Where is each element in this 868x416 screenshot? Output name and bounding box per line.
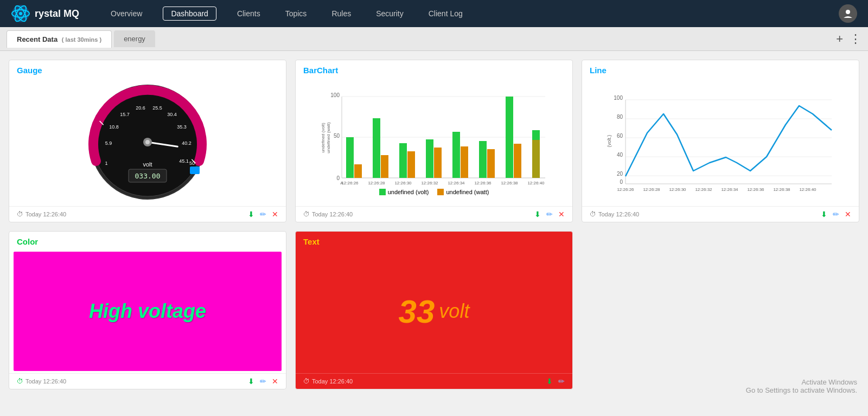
svg-rect-53 — [532, 140, 540, 178]
svg-rect-51 — [514, 144, 521, 178]
linechart-timestamp: Today 12:26:40 — [598, 211, 639, 217]
logo: rystal MQ — [11, 4, 79, 23]
gauge-delete-icon[interactable]: ✕ — [272, 210, 278, 219]
tab-recent-data[interactable]: Recent Data ( last 30mins ) — [7, 30, 112, 48]
barchart-svg: 100 50 0 undefined (volt) undefined (wat… — [300, 89, 568, 187]
legend-volt-box — [379, 189, 386, 195]
nav-clientlog[interactable]: Client Log — [424, 7, 467, 20]
svg-point-4 — [19, 12, 22, 15]
gauge-footer: ⏱ Today 12:26:40 ⬇ ✏ ✕ — [9, 206, 286, 222]
gauge-body: 1 5.9 10.8 15.7 20.6 25.5 30.4 35.3 40.2… — [9, 78, 286, 206]
gauge-edit-icon[interactable]: ✏ — [260, 210, 266, 219]
color-delete-icon[interactable]: ✕ — [272, 377, 278, 386]
color-card-footer: ⏱ Today 12:26:40 ⬇ ✏ ✕ — [9, 373, 286, 389]
logo-icon — [11, 4, 30, 23]
barchart-title: BarChart — [296, 60, 572, 78]
svg-text:50: 50 — [189, 161, 195, 166]
svg-text:12:26:30: 12:26:30 — [669, 187, 686, 192]
color-download-icon[interactable]: ⬇ — [248, 377, 254, 386]
svg-text:1: 1 — [105, 161, 107, 166]
svg-text:12:26:28: 12:26:28 — [643, 187, 660, 192]
svg-text:80: 80 — [617, 114, 623, 120]
nav-security[interactable]: Security — [372, 7, 408, 20]
add-tab-button[interactable]: + — [836, 32, 843, 46]
linechart-delete-icon[interactable]: ✕ — [845, 210, 851, 219]
color-display: High voltage — [14, 252, 282, 371]
linechart-title: Line — [582, 60, 859, 78]
svg-text:12:26:32: 12:26:32 — [695, 187, 712, 192]
svg-text:12:26:34: 12:26:34 — [721, 187, 738, 192]
linechart-clock-icon: ⏱ — [590, 210, 596, 218]
color-card-title: Color — [9, 232, 286, 249]
svg-text:25.5: 25.5 — [152, 105, 162, 111]
svg-text:12:26:36: 12:26:36 — [474, 181, 492, 185]
gauge-card: Gauge — [9, 60, 286, 222]
text-edit-icon[interactable]: ✏ — [558, 377, 565, 386]
gauge-timestamp: Today 12:26:40 — [25, 211, 66, 217]
tab-energy[interactable]: energy — [114, 30, 155, 47]
barchart-card: BarChart 100 50 0 undefined (volt) undef… — [295, 60, 573, 222]
text-card: Text 33 volt ⏱ Today 12:26:40 ⬇ ✏ — [295, 231, 573, 389]
linechart-footer: ⏱ Today 12:26:40 ⬇ ✏ ✕ — [582, 206, 859, 222]
barchart-edit-icon[interactable]: ✏ — [546, 210, 553, 219]
svg-text:30.4: 30.4 — [167, 112, 177, 117]
svg-rect-49 — [487, 149, 495, 178]
svg-rect-43 — [407, 151, 415, 178]
linechart-card: Line 100 80 60 40 20 0 (volt.) — [582, 60, 859, 222]
svg-text:12:26:30: 12:26:30 — [394, 181, 412, 185]
svg-rect-39 — [354, 164, 362, 178]
svg-text:undefined (watt): undefined (watt) — [326, 122, 331, 153]
svg-rect-41 — [381, 155, 388, 178]
barchart-delete-icon[interactable]: ✕ — [558, 210, 565, 219]
text-download-icon[interactable]: ⬇ — [546, 377, 553, 386]
svg-rect-47 — [461, 146, 468, 178]
gauge-svg: 1 5.9 10.8 15.7 20.6 25.5 30.4 35.3 40.2… — [88, 82, 207, 202]
nav-rules[interactable]: Rules — [327, 7, 355, 20]
svg-rect-46 — [452, 132, 460, 178]
gauge-widget: 1 5.9 10.8 15.7 20.6 25.5 30.4 35.3 40.2… — [88, 82, 207, 202]
barchart-timestamp: Today 12:26:40 — [312, 211, 353, 217]
barchart-download-icon[interactable]: ⬇ — [534, 210, 541, 219]
linechart-edit-icon[interactable]: ✏ — [833, 210, 839, 219]
svg-text:100: 100 — [330, 92, 340, 98]
svg-text:A: A — [340, 181, 343, 185]
svg-text:12:26:40: 12:26:40 — [527, 181, 545, 185]
tabs-bar: Recent Data ( last 30mins ) energy + ⋮ — [0, 27, 868, 51]
barchart-legend: undefined (volt) undefined (watt) — [379, 189, 489, 195]
barchart-body: 100 50 0 undefined (volt) undefined (wat… — [296, 78, 572, 206]
nav-overview[interactable]: Overview — [106, 7, 146, 20]
user-avatar[interactable] — [839, 4, 857, 23]
text-clock-icon: ⏱ — [303, 377, 310, 385]
more-tabs-button[interactable]: ⋮ — [850, 32, 861, 46]
svg-point-12 — [145, 140, 150, 144]
text-card-unit: volt — [439, 300, 469, 323]
legend-watt-box — [437, 189, 444, 195]
svg-rect-40 — [373, 118, 380, 178]
svg-text:20: 20 — [617, 171, 623, 177]
linechart-download-icon[interactable]: ⬇ — [821, 210, 827, 219]
svg-text:12:26:32: 12:26:32 — [421, 181, 438, 185]
nav-topics[interactable]: Topics — [281, 7, 311, 20]
svg-rect-48 — [479, 141, 487, 178]
color-card: Color High voltage ⏱ Today 12:26:40 ⬇ ✏ … — [9, 231, 286, 389]
nav-dashboard[interactable]: Dashboard — [163, 7, 216, 21]
gauge-clock-icon: ⏱ — [17, 210, 23, 218]
svg-text:12:26:28: 12:26:28 — [368, 181, 385, 185]
svg-text:60: 60 — [617, 133, 623, 139]
nav-clients[interactable]: Clients — [233, 7, 265, 20]
svg-rect-27 — [190, 167, 200, 174]
text-timestamp: Today 12:26:40 — [312, 378, 353, 385]
svg-rect-50 — [506, 97, 513, 178]
color-edit-icon[interactable]: ✏ — [260, 377, 266, 386]
svg-text:5.9: 5.9 — [105, 140, 112, 146]
svg-text:12:26:26: 12:26:26 — [617, 187, 634, 192]
svg-text:40.2: 40.2 — [182, 140, 192, 146]
svg-text:35.3: 35.3 — [177, 124, 187, 130]
color-clock-icon: ⏱ — [17, 377, 23, 385]
svg-rect-38 — [346, 137, 354, 178]
gauge-download-icon[interactable]: ⬇ — [248, 210, 254, 219]
color-card-text-value: High voltage — [89, 300, 206, 323]
color-timestamp: Today 12:26:40 — [25, 378, 66, 385]
svg-text:15.7: 15.7 — [120, 112, 130, 117]
color-card-body: High voltage — [9, 249, 286, 373]
